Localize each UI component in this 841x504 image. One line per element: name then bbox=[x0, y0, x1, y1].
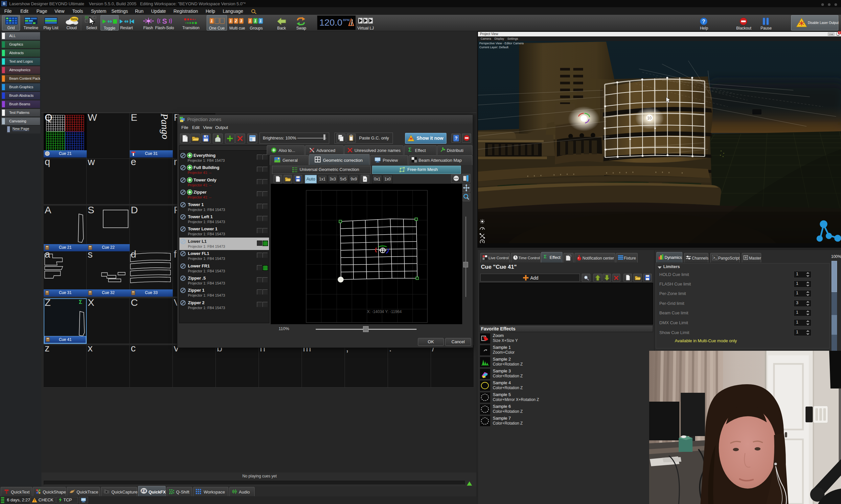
svg-text:?: ? bbox=[455, 136, 458, 141]
svg-text:FX: FX bbox=[142, 489, 147, 493]
svg-text:1: 1 bbox=[210, 19, 213, 23]
svg-text:Perspective View - Editor Came: Perspective View - Editor Camera bbox=[479, 42, 524, 45]
svg-text:1: 1 bbox=[254, 19, 257, 23]
svg-text:1: 1 bbox=[249, 19, 251, 23]
svg-text:2: 2 bbox=[235, 19, 237, 23]
svg-text:X: -14034 Y: -11964: X: -14034 Y: -11964 bbox=[367, 309, 402, 314]
svg-text:?: ? bbox=[702, 19, 705, 24]
svg-text:#: # bbox=[364, 178, 366, 181]
svg-text:Current Layer: Default: Current Layer: Default bbox=[479, 46, 509, 49]
svg-text:3: 3 bbox=[240, 19, 242, 23]
svg-text:1: 1 bbox=[230, 19, 232, 23]
svg-text:S: S bbox=[162, 17, 167, 25]
svg-text:10: 10 bbox=[647, 116, 652, 121]
svg-text:1: 1 bbox=[259, 19, 262, 23]
svg-text:>_: >_ bbox=[713, 256, 718, 260]
svg-text:!: ! bbox=[34, 499, 35, 502]
svg-text:beta: beta bbox=[71, 17, 78, 21]
